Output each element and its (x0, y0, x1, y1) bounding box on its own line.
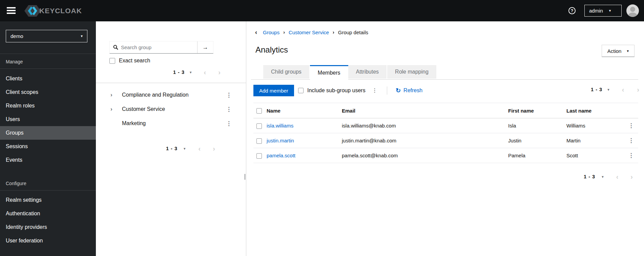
column-header-name: Name (267, 103, 342, 118)
hamburger-icon[interactable] (7, 7, 16, 14)
keycloak-admin-console: KEYCLOAK ? admin ▾ demo ▾ Manage Clients… (0, 0, 644, 256)
sidebar-item-realm-settings[interactable]: Realm settings (0, 193, 96, 207)
member-email: isla.williams@knab.com (342, 118, 508, 133)
search-submit-button[interactable]: → (197, 41, 213, 53)
kebab-menu-icon[interactable]: ⋮ (226, 106, 232, 113)
tabs: Child groups Members Attributes Role map… (263, 65, 436, 80)
sidebar-item-users[interactable]: Users (0, 113, 96, 126)
kebab-menu-icon[interactable]: ⋮ (372, 85, 377, 96)
tab-members[interactable]: Members (310, 65, 348, 80)
caret-down-icon[interactable]: ▾ (190, 70, 192, 75)
row-checkbox[interactable] (256, 153, 262, 159)
previous-page-button[interactable]: ‹ (616, 174, 619, 179)
exact-search-option[interactable]: Exact search (109, 58, 150, 64)
groups-pagination-top: 1 - 3 ▾ ‹ › (173, 70, 221, 75)
action-button-label: Action (607, 48, 622, 54)
exact-search-checkbox[interactable] (109, 58, 115, 64)
sidebar-section-configure: Configure (6, 181, 26, 186)
sidebar-item-groups[interactable]: Groups (0, 126, 96, 140)
previous-page-button[interactable]: ‹ (622, 87, 624, 92)
tab-role-mapping[interactable]: Role mapping (387, 65, 436, 79)
group-tree-item[interactable]: › Customer Service ⋮ (96, 102, 246, 116)
caret-down-icon: ▾ (609, 8, 611, 13)
row-checkbox[interactable] (256, 138, 262, 144)
group-tree-item[interactable]: Marketing ⋮ (96, 116, 246, 131)
keycloak-logo: KEYCLOAK (24, 4, 82, 18)
tab-underline (251, 79, 638, 80)
caret-down-icon[interactable]: ▾ (602, 175, 604, 179)
next-page-button[interactable]: › (213, 146, 215, 151)
previous-page-button[interactable]: ‹ (204, 70, 206, 75)
page-title: Analytics (255, 45, 288, 55)
members-toolbar: Add member Include sub-group users ⋮ ↻ R… (247, 85, 644, 96)
next-page-button[interactable]: › (637, 87, 639, 92)
expand-icon[interactable]: › (110, 106, 112, 113)
pagination-range: 1 - 3 (173, 70, 185, 75)
members-pagination-bottom: 1 - 3 ▾ ‹ › (584, 174, 633, 179)
select-all-checkbox[interactable] (256, 108, 262, 114)
sidebar-manage-list: Clients Client scopes Realm roles Users … (0, 72, 96, 167)
kebab-menu-icon[interactable]: ⋮ (628, 152, 634, 159)
member-first-name: Isla (508, 118, 566, 133)
members-pagination-top: 1 - 3 ▾ ‹ › (591, 87, 639, 92)
pagination-range: 1 - 3 (584, 174, 595, 179)
tab-attributes[interactable]: Attributes (348, 65, 388, 79)
tab-child-groups[interactable]: Child groups (263, 65, 310, 79)
sidebar-item-clients[interactable]: Clients (0, 72, 96, 85)
member-name-link[interactable]: isla.williams (267, 123, 293, 129)
expand-icon[interactable]: › (110, 92, 112, 98)
avatar[interactable] (626, 4, 639, 17)
include-subgroups-checkbox[interactable] (298, 88, 304, 93)
next-page-button[interactable]: › (218, 70, 221, 75)
kebab-menu-icon[interactable]: ⋮ (226, 92, 232, 99)
kebab-menu-icon[interactable]: ⋮ (226, 120, 232, 127)
caret-down-icon: ▾ (81, 34, 83, 38)
sidebar-item-client-scopes[interactable]: Client scopes (0, 85, 96, 99)
action-dropdown-button[interactable]: Action ▾ (602, 45, 635, 57)
previous-page-button[interactable]: ‹ (199, 146, 201, 151)
sidebar-divider (0, 54, 96, 54)
user-menu-dropdown[interactable]: admin ▾ (584, 5, 622, 17)
sidebar-item-user-federation[interactable]: User federation (0, 234, 96, 248)
sidebar-item-authentication[interactable]: Authentication (0, 207, 96, 220)
kebab-menu-icon[interactable]: ⋮ (628, 122, 634, 129)
group-name[interactable]: Compliance and Regulation (122, 92, 189, 98)
next-page-button[interactable]: › (630, 174, 633, 179)
group-tree-item[interactable]: › Compliance and Regulation ⋮ (96, 88, 246, 102)
sidebar-item-events[interactable]: Events (0, 153, 96, 167)
caret-down-icon[interactable]: ▾ (607, 87, 609, 92)
sidebar-section-manage: Manage (6, 59, 23, 64)
member-email: justin.martin@knab.com (342, 133, 508, 148)
breadcrumb: ‹ Groups › Customer Service › Group deta… (255, 29, 368, 35)
realm-selector[interactable]: demo ▾ (6, 30, 87, 42)
pagination-range: 1 - 3 (166, 146, 178, 151)
column-header-last-name: Last name (566, 103, 624, 118)
row-checkbox[interactable] (256, 123, 262, 129)
group-name[interactable]: Customer Service (122, 106, 165, 112)
breadcrumb-customer-service[interactable]: Customer Service (289, 29, 329, 35)
sidebar-divider (0, 190, 96, 191)
kebab-menu-icon[interactable]: ⋮ (628, 137, 634, 144)
member-name-link[interactable]: justin.martin (267, 138, 294, 143)
caret-down-icon: ▾ (627, 49, 629, 53)
sidebar-item-realm-roles[interactable]: Realm roles (0, 99, 96, 113)
member-last-name: Scott (566, 148, 624, 163)
sidebar-divider (0, 68, 96, 69)
back-icon[interactable]: ‹ (255, 30, 257, 35)
refresh-label: Refresh (403, 87, 422, 94)
add-member-button[interactable]: Add member (253, 85, 294, 96)
group-name[interactable]: Marketing (122, 120, 146, 126)
breadcrumb-groups[interactable]: Groups (263, 29, 279, 35)
group-search-input[interactable] (121, 44, 194, 50)
sidebar-item-sessions[interactable]: Sessions (0, 140, 96, 153)
member-name-link[interactable]: pamela.scott (267, 153, 295, 158)
help-icon[interactable]: ? (568, 7, 576, 14)
breadcrumb-current: Group details (338, 29, 368, 35)
sidebar-item-identity-providers[interactable]: Identity providers (0, 220, 96, 234)
caret-down-icon[interactable]: ▾ (184, 146, 186, 151)
refresh-button[interactable]: ↻ Refresh (396, 85, 422, 96)
member-first-name: Justin (508, 133, 566, 148)
table-row: pamela.scott pamela.scott@knab.com Pamel… (253, 148, 638, 163)
brand-text: KEYCLOAK (39, 7, 82, 15)
include-subgroups-option[interactable]: Include sub-group users (298, 85, 366, 96)
